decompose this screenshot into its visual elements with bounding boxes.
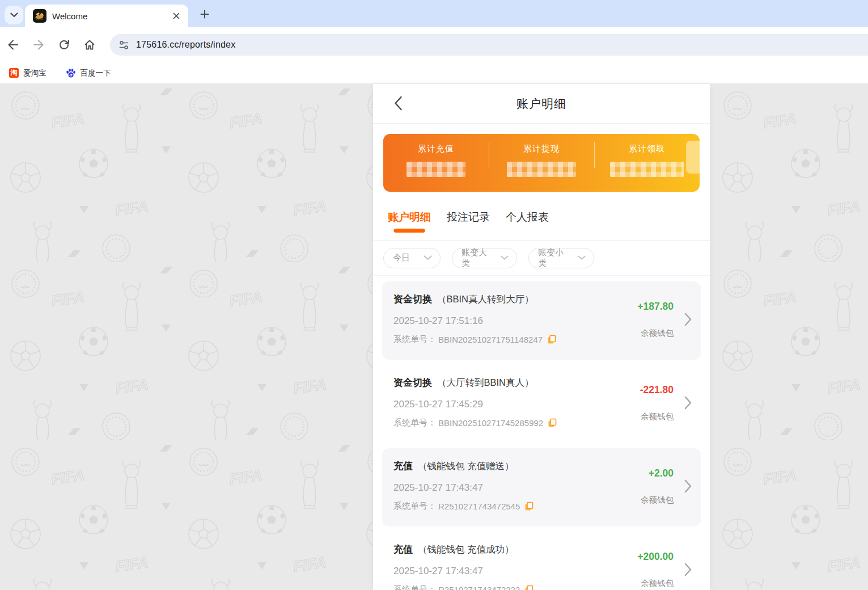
stat-label: 累计领取	[629, 144, 665, 154]
bookmark-aitaobao[interactable]: 淘 爱淘宝	[7, 66, 51, 80]
tab-strip: Welcome	[0, 0, 868, 27]
filter-label: 账变小类	[538, 247, 570, 269]
stats-section: 累计充值 累计提现 累计领取	[373, 124, 710, 192]
order-label: 系统单号：	[393, 501, 436, 512]
filter-bar: 今日 账变大类 账变小类	[373, 241, 710, 276]
page-title: 账户明细	[516, 96, 566, 112]
transaction-amount: +200.00	[637, 551, 674, 563]
bookmarks-bar: 淘 爱淘宝 du 百度一下	[0, 62, 868, 84]
bookmark-label: 百度一下	[81, 68, 111, 78]
chevron-right-icon	[684, 479, 692, 493]
home-button[interactable]	[81, 36, 99, 54]
tab-label: 投注记录	[447, 211, 490, 223]
plus-icon	[200, 10, 209, 19]
chevron-down-icon	[501, 255, 509, 260]
transaction-wallet: 余额钱包	[641, 495, 674, 505]
account-detail-panel: 账户明细 累计充值 累计提现 累计领取	[373, 84, 710, 590]
transaction-amount: +2.00	[641, 467, 674, 479]
transaction-wallet: 余额钱包	[637, 328, 674, 339]
chevron-down-icon	[10, 12, 18, 18]
tab-bet-records[interactable]: 投注记录	[447, 210, 490, 235]
transaction-desc: （钱能钱包 充值赠送）	[418, 460, 514, 473]
new-tab-button[interactable]	[197, 6, 213, 22]
transaction-row[interactable]: 充值 （钱能钱包 充值成功） 2025-10-27 17:43:47 系统单号：…	[382, 532, 701, 590]
stat-label: 累计提现	[523, 144, 560, 154]
transaction-datetime: 2025-10-27 17:43:47	[393, 566, 616, 577]
masked-value	[507, 162, 576, 177]
transaction-amount: +187.80	[637, 301, 674, 313]
transaction-amount: -221.80	[640, 384, 674, 396]
site-info-icon	[118, 40, 129, 50]
chevron-right-icon	[684, 563, 692, 576]
transaction-wallet: 余额钱包	[637, 578, 674, 589]
copy-icon[interactable]	[547, 335, 556, 344]
url-address-bar[interactable]: 175616.cc/reports/index	[110, 34, 868, 56]
stat-card-peek	[686, 141, 702, 174]
stat-label: 累计充值	[418, 144, 454, 154]
transaction-desc: （BBIN真人转到大厅）	[437, 293, 534, 306]
back-button[interactable]	[4, 36, 22, 54]
transaction-row[interactable]: 资金切换 （BBIN真人转到大厅） 2025-10-27 17:51:16 系统…	[382, 281, 701, 360]
masked-value	[610, 162, 684, 177]
tab-personal-report[interactable]: 个人报表	[506, 210, 549, 235]
transaction-list: 资金切换 （BBIN真人转到大厅） 2025-10-27 17:51:16 系统…	[373, 276, 710, 590]
browser-toolbar: 175616.cc/reports/index	[0, 27, 868, 62]
transaction-datetime: 2025-10-27 17:45:29	[393, 399, 616, 410]
order-label: 系统单号：	[393, 418, 436, 428]
order-label: 系统单号：	[393, 334, 436, 345]
home-icon	[83, 39, 96, 51]
copy-icon[interactable]	[524, 585, 533, 590]
copy-icon[interactable]	[524, 502, 533, 511]
back-arrow-icon	[7, 39, 19, 51]
transaction-row[interactable]: 充值 （钱能钱包 充值赠送） 2025-10-27 17:43:47 系统单号：…	[382, 448, 701, 526]
close-icon	[173, 12, 180, 19]
order-number: BBIN202510271751148247	[438, 335, 543, 344]
back-button-site[interactable]	[388, 92, 408, 115]
stat-total-withdraw: 累计提现	[489, 134, 594, 192]
tab-title: Welcome	[52, 11, 171, 21]
stat-total-claimed: 累计领取	[594, 134, 700, 192]
transaction-type: 资金切换	[393, 293, 432, 306]
svg-text:du: du	[69, 74, 73, 77]
bookmark-baidu[interactable]: du 百度一下	[63, 66, 116, 80]
transaction-type: 资金切换	[393, 376, 432, 389]
copy-icon[interactable]	[548, 418, 557, 428]
transaction-type: 充值	[393, 543, 413, 556]
tab-label: 账户明细	[388, 211, 431, 223]
order-label: 系统单号：	[393, 584, 436, 590]
chevron-right-icon	[684, 313, 692, 326]
stat-divider	[594, 142, 595, 168]
reload-button[interactable]	[55, 36, 73, 54]
masked-value	[407, 162, 465, 177]
baidu-paw-icon: du	[66, 68, 76, 78]
url-text: 175616.cc/reports/index	[136, 40, 235, 50]
forward-button[interactable]	[29, 36, 48, 54]
filter-label: 今日	[393, 252, 416, 263]
order-number: R2510271743472222	[438, 585, 520, 590]
active-tab-underline	[394, 229, 425, 233]
bookmark-label: 爱淘宝	[23, 68, 46, 78]
reload-icon	[58, 39, 70, 51]
transaction-wallet: 余额钱包	[640, 411, 674, 422]
transaction-datetime: 2025-10-27 17:51:16	[393, 315, 616, 327]
tab-account-detail[interactable]: 账户明细	[388, 210, 431, 235]
chevron-left-icon	[394, 96, 403, 111]
filter-category-major-dropdown[interactable]: 账变大类	[452, 248, 517, 268]
browser-chrome: Welcome 175616.cc/r	[0, 0, 868, 84]
filter-category-minor-dropdown[interactable]: 账变小类	[528, 248, 594, 268]
page-content: FIFA	[0, 84, 868, 590]
filter-label: 账变大类	[461, 247, 493, 269]
browser-tab-welcome[interactable]: Welcome	[25, 5, 188, 27]
order-number: BBIN202510271745285992	[438, 418, 543, 428]
transaction-desc: （钱能钱包 充值成功）	[418, 543, 514, 556]
chevron-down-icon	[578, 255, 586, 260]
tab-close-button[interactable]	[171, 11, 181, 21]
stat-divider	[489, 142, 489, 168]
transaction-datetime: 2025-10-27 17:43:47	[393, 482, 616, 494]
site-header: 账户明细	[373, 84, 710, 124]
tab-label: 个人报表	[506, 211, 549, 223]
taobao-icon: 淘	[9, 68, 19, 78]
transaction-row[interactable]: 资金切换 （大厅转到BBIN真人） 2025-10-27 17:45:29 系统…	[382, 365, 701, 443]
filter-date-dropdown[interactable]: 今日	[383, 248, 441, 268]
tab-search-button[interactable]	[5, 6, 23, 24]
